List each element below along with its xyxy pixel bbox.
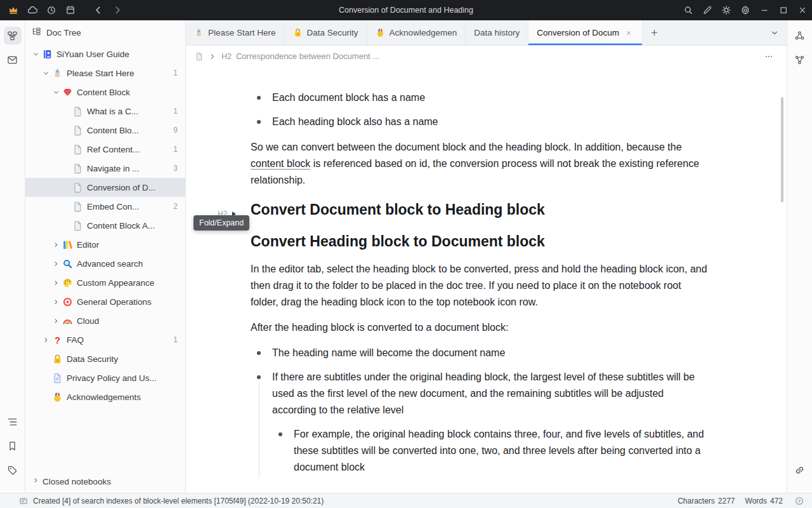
graph1-icon[interactable] xyxy=(791,27,809,44)
tree-item[interactable]: Advanced search xyxy=(25,254,185,273)
settings-icon[interactable] xyxy=(736,0,755,20)
tab-label: Acknowledgemen xyxy=(390,28,457,37)
paragraph-conversion-intro[interactable]: So we can convert between the document b… xyxy=(251,139,709,189)
crown-icon[interactable] xyxy=(4,0,23,20)
block-ref-link[interactable]: content block xyxy=(251,158,310,169)
tree-item-label: Advanced search xyxy=(77,259,180,269)
tree-item-label: FAQ xyxy=(67,335,169,345)
heading-convert-heading-to-document[interactable]: Convert Heading block to Document block xyxy=(251,231,709,252)
maximize-icon[interactable] xyxy=(774,0,793,20)
tree-item-count: 9 xyxy=(173,126,178,135)
inbox-icon[interactable] xyxy=(4,51,22,69)
tree-item[interactable]: ?FAQ1 xyxy=(25,330,185,349)
vertical-scrollbar[interactable] xyxy=(781,97,783,203)
editor-area: Please Start HereData SecurityAcknowledg… xyxy=(186,20,787,493)
new-tab-button[interactable] xyxy=(643,20,665,45)
file-icon xyxy=(72,182,83,193)
policy-icon xyxy=(52,373,63,384)
list-item[interactable]: Each document block has a name xyxy=(251,90,709,106)
status-message: Created [4] of search indexes of block-l… xyxy=(33,497,324,505)
close-icon[interactable] xyxy=(793,0,812,20)
edit-icon[interactable] xyxy=(698,0,717,20)
tree-item[interactable]: Ref Content...1 xyxy=(25,140,185,159)
tree-item[interactable]: SiYuan User Guide xyxy=(25,44,185,64)
left-dock-top xyxy=(4,27,22,75)
chevron-down-icon[interactable] xyxy=(30,49,41,59)
tree-item[interactable]: Content Block A... xyxy=(25,216,185,235)
tree-item[interactable]: Acknowledgements xyxy=(25,387,185,406)
paragraph-after-conversion[interactable]: After the heading block is converted to … xyxy=(251,319,709,336)
file-icon xyxy=(72,163,83,174)
search-icon[interactable] xyxy=(679,0,698,20)
tree-item[interactable]: Cloud xyxy=(25,311,185,330)
more-options-button[interactable] xyxy=(760,49,778,64)
closed-notebooks-toggle[interactable]: Closed notebooks xyxy=(25,470,185,493)
tree-item[interactable]: Custom Appearance xyxy=(25,273,185,292)
graph2-icon[interactable] xyxy=(791,51,809,69)
chevron-right-icon[interactable] xyxy=(51,239,61,250)
editor-tab[interactable]: Data history xyxy=(466,20,528,45)
theme-icon[interactable] xyxy=(717,0,736,20)
file-icon xyxy=(72,201,83,212)
tag-icon[interactable] xyxy=(4,461,22,479)
operations-icon xyxy=(62,297,73,307)
books-icon xyxy=(62,239,73,250)
tree-item[interactable]: What is a C...1 xyxy=(25,102,185,121)
link-icon[interactable] xyxy=(791,461,809,479)
characters-value: 2277 xyxy=(718,497,735,505)
editor-tab[interactable]: Data Security xyxy=(285,20,367,45)
tree-item-label: Privacy Policy and Us... xyxy=(67,373,180,383)
editor-tab[interactable]: Conversion of Docum xyxy=(528,20,643,45)
log-icon xyxy=(19,497,28,505)
titlebar-right-actions xyxy=(679,0,812,20)
right-dock-bottom xyxy=(791,461,809,485)
cloud-icon[interactable] xyxy=(23,0,42,20)
chevron-down-icon[interactable] xyxy=(41,68,51,78)
chevron-down-icon[interactable] xyxy=(51,87,61,97)
tree-item[interactable]: Editor xyxy=(25,235,185,254)
chevron-right-icon[interactable] xyxy=(51,297,61,307)
tree-item[interactable]: General Operations xyxy=(25,292,185,311)
list-item[interactable]: Each heading block also has a name xyxy=(251,114,709,130)
tree-item[interactable]: Please Start Here1 xyxy=(25,64,185,83)
breadcrumb: H2 Correspondence between Document ... xyxy=(186,46,787,67)
bookmark-icon[interactable] xyxy=(4,437,22,455)
tree-item-count: 3 xyxy=(173,164,178,173)
chevron-right-icon[interactable] xyxy=(41,335,51,345)
tree-item[interactable]: Content Block xyxy=(25,83,185,102)
tree-item[interactable]: Conversion of D... xyxy=(25,178,185,197)
chevron-right-icon[interactable] xyxy=(51,316,61,326)
tree-item[interactable]: Navigate in ...3 xyxy=(25,159,185,178)
tree-item[interactable]: Content Blo...9 xyxy=(25,121,185,140)
right-dock xyxy=(787,20,812,493)
heading-convert-document-to-heading[interactable]: H2 Convert Document block to Heading blo… xyxy=(251,199,709,220)
list-item[interactable]: For example, the original heading block … xyxy=(272,426,709,476)
file-icon xyxy=(72,125,83,136)
tab-list-dropdown-button[interactable] xyxy=(763,20,787,45)
tab-close-icon[interactable] xyxy=(624,28,634,38)
outline-icon[interactable] xyxy=(4,413,22,431)
list-item[interactable]: If there are subtitles under the origina… xyxy=(251,369,709,476)
palette-icon xyxy=(62,277,73,288)
history-icon[interactable] xyxy=(42,0,61,20)
forward-icon[interactable] xyxy=(108,0,127,20)
tree-item[interactable]: Embed Con...2 xyxy=(25,197,185,216)
tree-item[interactable]: Data Security xyxy=(25,349,185,368)
tree-item-label: Custom Appearance xyxy=(77,278,180,288)
tree-item[interactable]: Privacy Policy and Us... xyxy=(25,368,185,387)
editor-tab[interactable]: Please Start Here xyxy=(186,20,285,45)
help-icon[interactable]: ? xyxy=(793,495,806,507)
minimize-icon[interactable] xyxy=(755,0,774,20)
breadcrumb-heading-text[interactable]: Correspondence between Document ... xyxy=(236,51,379,61)
tree-item-count: 1 xyxy=(173,69,178,77)
paragraph-editor-tab-instructions[interactable]: In the editor tab, select the heading bl… xyxy=(251,261,709,311)
list-item[interactable]: The heading name will become the documen… xyxy=(251,345,709,361)
chevron-right-icon[interactable] xyxy=(51,258,61,269)
journal-icon[interactable] xyxy=(61,0,80,20)
chevron-placeholder xyxy=(61,106,71,116)
chevron-placeholder xyxy=(61,163,71,173)
editor-tab[interactable]: Acknowledgemen xyxy=(367,20,466,45)
chevron-right-icon[interactable] xyxy=(51,277,61,288)
back-icon[interactable] xyxy=(89,0,108,20)
graphview-icon[interactable] xyxy=(4,27,22,44)
